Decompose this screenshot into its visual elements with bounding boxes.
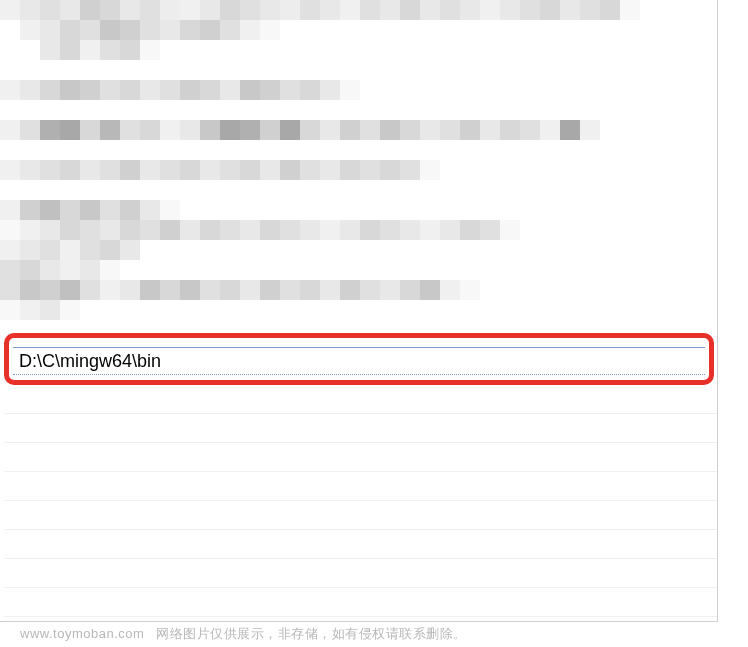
path-list-panel: D:\C\mingw64\bin bbox=[0, 0, 718, 622]
list-item[interactable] bbox=[4, 588, 717, 617]
path-input-row[interactable]: D:\C\mingw64\bin bbox=[13, 347, 705, 375]
list-item[interactable] bbox=[4, 501, 717, 530]
list-item[interactable] bbox=[4, 559, 717, 588]
watermark-notice: 网络图片仅供展示，非存储，如有侵权请联系删除。 bbox=[156, 626, 467, 641]
list-item[interactable] bbox=[4, 530, 717, 559]
watermark-domain: www.toymoban.com bbox=[20, 626, 144, 641]
list-item[interactable] bbox=[4, 472, 717, 501]
obscured-entries-area bbox=[0, 0, 717, 335]
path-value: D:\C\mingw64\bin bbox=[19, 351, 161, 372]
highlighted-path-entry[interactable]: D:\C\mingw64\bin bbox=[4, 333, 714, 385]
list-item[interactable] bbox=[4, 443, 717, 472]
watermark: www.toymoban.com 网络图片仅供展示，非存储，如有侵权请联系删除。 bbox=[20, 625, 467, 643]
list-item[interactable] bbox=[4, 414, 717, 443]
empty-list-rows bbox=[4, 385, 717, 621]
list-item[interactable] bbox=[4, 385, 717, 414]
